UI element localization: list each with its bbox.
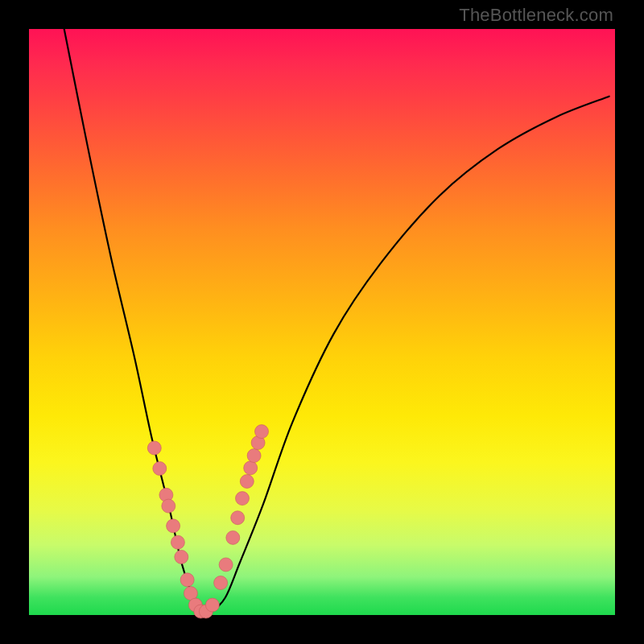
marker-point — [162, 499, 175, 513]
marker-point — [175, 550, 188, 564]
marker-point — [205, 598, 219, 612]
plot-area — [29, 29, 615, 615]
marker-group — [147, 425, 268, 619]
marker-point — [219, 558, 233, 572]
marker-point — [147, 441, 161, 455]
marker-point — [214, 576, 228, 590]
marker-point — [247, 449, 261, 463]
bottleneck-curve — [64, 29, 609, 614]
marker-point — [231, 511, 245, 525]
marker-point — [171, 535, 184, 549]
marker-point — [153, 462, 167, 476]
marker-point — [236, 492, 250, 506]
curve-layer — [29, 29, 615, 615]
watermark-text: TheBottleneck.com — [459, 5, 613, 26]
marker-point — [240, 475, 254, 489]
marker-point — [244, 461, 258, 475]
marker-point — [167, 519, 180, 533]
chart-frame: TheBottleneck.com — [0, 0, 644, 644]
marker-point — [226, 530, 240, 544]
marker-point — [255, 425, 269, 439]
marker-point — [180, 573, 194, 587]
